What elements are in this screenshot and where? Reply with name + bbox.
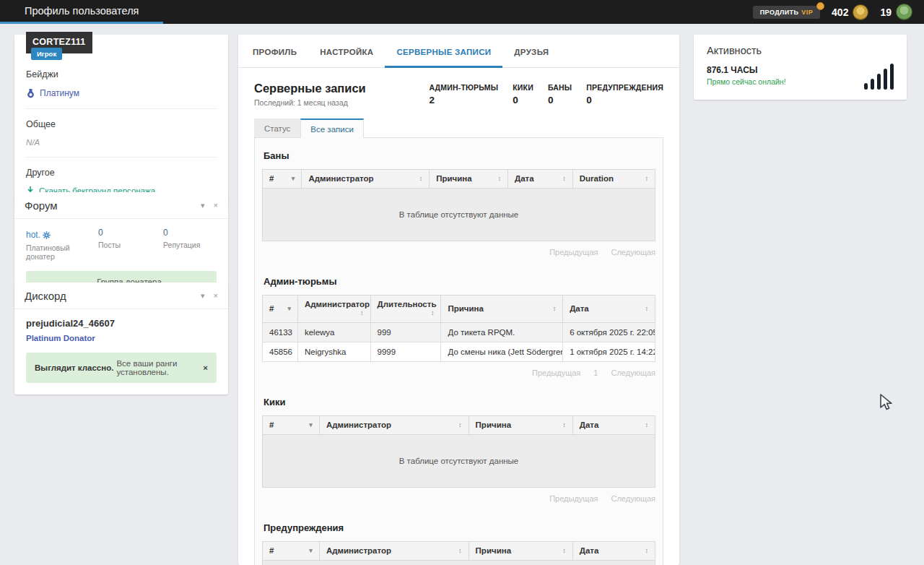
platinum-badge-link[interactable]: Платинум xyxy=(26,88,217,98)
records-stats: АДМИН-ТЮРЬМЫ 2 КИКИ 0 БАНЫ 0 ПРЕДУПРЕЖДЕ… xyxy=(429,82,663,107)
sort-icon: ↕ xyxy=(562,420,566,430)
warnings-section: Предупреждения #▾ Администратор↕ Причина… xyxy=(262,522,655,565)
forum-reputation-label: Репутация xyxy=(163,241,200,249)
green-currency[interactable]: 19 xyxy=(880,4,912,20)
alert-bold-text: Выглядит классно. xyxy=(35,363,113,372)
column-header[interactable]: Длительность↕ xyxy=(370,296,441,323)
column-header[interactable]: Дата↕ xyxy=(563,296,655,323)
table-row[interactable]: 45856 Neigryshka 9999 До смены ника (Jet… xyxy=(263,342,655,362)
bans-table: #▾ Администратор↕ Причина↕ Дата↕ Duratio… xyxy=(262,169,655,241)
empty-table-message: В таблице отсутствуют данные xyxy=(263,435,655,488)
previous-page-button[interactable]: Предыдущая xyxy=(549,248,598,256)
table-row[interactable]: 46133 kelewya 999 До тикета RPQM. 6 октя… xyxy=(263,323,655,342)
next-page-button[interactable]: Следующая xyxy=(611,368,655,377)
column-header[interactable]: Дата↕ xyxy=(572,542,655,561)
records-panel: Баны #▾ Администратор↕ Причина↕ Дата↕ Du… xyxy=(254,137,663,565)
bans-section: Баны #▾ Администратор↕ Причина↕ Дата↕ Du… xyxy=(262,150,655,256)
vip-word: VIP xyxy=(801,9,813,16)
forum-group-link[interactable]: hot. xyxy=(26,230,51,240)
collapse-icon[interactable]: ▾ xyxy=(201,201,205,210)
gold-count: 402 xyxy=(832,7,848,18)
stat-admin-jails: АДМИН-ТЮРЬМЫ 2 xyxy=(429,83,498,107)
extend-vip-button[interactable]: ПРОДЛИТЬ VIP xyxy=(753,6,820,19)
column-header[interactable]: Причина↕ xyxy=(430,170,508,189)
page-title-tab[interactable]: Профиль пользователя xyxy=(0,0,163,24)
page-number[interactable]: 1 xyxy=(593,368,598,377)
forum-stat-label: Платиновый донатер xyxy=(26,243,98,261)
discord-success-alert: Выглядит классно. Все ваши ранги установ… xyxy=(26,353,217,383)
sort-icon: ↕ xyxy=(458,420,462,430)
empty-table-message: В таблице отсутствуют данные xyxy=(263,189,655,241)
topbar-right: ПРОДЛИТЬ VIP 402 19 xyxy=(753,0,924,24)
column-header[interactable]: Дата↕ xyxy=(507,170,572,189)
general-label: Общее xyxy=(26,119,217,129)
close-icon[interactable]: × xyxy=(214,291,218,301)
platinum-badge-label: Платинум xyxy=(40,88,79,98)
next-page-button[interactable]: Следующая xyxy=(611,248,655,256)
sort-icon: ↕ xyxy=(645,174,649,184)
stat-warnings: ПРЕДУПРЕЖДЕНИЯ 0 xyxy=(586,83,663,107)
close-icon[interactable]: × xyxy=(214,201,218,210)
gold-medal-icon xyxy=(853,4,868,20)
divider xyxy=(26,108,217,109)
column-header[interactable]: #▾ xyxy=(263,416,320,435)
subtab-all-records[interactable]: Все записи xyxy=(300,118,364,138)
next-page-button[interactable]: Следующая xyxy=(611,494,655,503)
activity-title: Активность xyxy=(707,45,786,56)
column-header[interactable]: Администратор↕ xyxy=(302,170,430,189)
column-header[interactable]: Duration↕ xyxy=(572,170,655,189)
profile-tabs: ПРОФИЛЬ НАСТРОЙКА СЕРВЕРНЫЕ ЗАПИСИ ДРУЗЬ… xyxy=(238,35,679,68)
column-header[interactable]: #▾ xyxy=(263,296,298,323)
collapse-icon[interactable]: ▾ xyxy=(201,291,205,301)
sort-icon: ↕ xyxy=(431,309,435,318)
warnings-table: #▾ Администратор↕ Причина↕ Дата↕ В табли… xyxy=(262,541,655,565)
vip-notification-badge xyxy=(816,2,824,10)
column-header[interactable]: Причина↕ xyxy=(468,416,572,435)
column-header[interactable]: Причина↕ xyxy=(441,296,563,323)
column-header[interactable]: Администратор↕ xyxy=(297,296,370,323)
records-subtabs: Статус Все записи xyxy=(254,118,663,137)
green-coin-icon xyxy=(896,4,912,20)
stat-kicks: КИКИ 0 xyxy=(513,83,533,107)
general-value: N/A xyxy=(26,138,217,147)
sort-icon: ↕ xyxy=(562,546,566,556)
kicks-section: Кики #▾ Администратор↕ Причина↕ Дата↕ В … xyxy=(262,397,655,503)
column-header[interactable]: Причина↕ xyxy=(468,542,572,561)
tab-profile[interactable]: ПРОФИЛЬ xyxy=(241,35,308,68)
discord-rank-link[interactable]: Platinum Donator xyxy=(26,334,217,342)
divider xyxy=(26,157,217,158)
forum-stat-reputation: 0 Репутация xyxy=(163,228,200,261)
medal-icon xyxy=(26,89,35,98)
column-header[interactable]: Администратор↕ xyxy=(319,416,468,435)
previous-page-button[interactable]: Предыдущая xyxy=(549,494,598,503)
other-label: Другое xyxy=(26,168,217,178)
admin-jails-table: #▾ Администратор↕ Длительность↕ Причина↕… xyxy=(262,295,655,362)
column-header[interactable]: #▾ xyxy=(263,170,302,189)
sort-icon: ↕ xyxy=(497,174,501,184)
sort-desc-icon: ▾ xyxy=(309,420,313,430)
forum-posts-value: 0 xyxy=(98,228,163,238)
page-title: Профиль пользователя xyxy=(25,5,139,17)
column-header[interactable]: Дата↕ xyxy=(572,416,655,435)
column-header[interactable]: Администратор↕ xyxy=(319,542,468,561)
tab-settings[interactable]: НАСТРОЙКА xyxy=(308,35,385,68)
alert-close-icon[interactable]: × xyxy=(197,363,208,372)
tab-friends[interactable]: ДРУЗЬЯ xyxy=(502,35,560,68)
signal-bars-icon xyxy=(864,64,894,90)
subtab-status[interactable]: Статус xyxy=(254,118,300,137)
stat-bans: БАНЫ 0 xyxy=(548,83,572,107)
column-header[interactable]: #▾ xyxy=(263,542,320,561)
sort-desc-icon: ▾ xyxy=(287,304,291,314)
badges-label: Бейджи xyxy=(26,69,217,79)
gold-currency[interactable]: 402 xyxy=(832,4,868,20)
forum-stat-group: hot. Платиновый донатер xyxy=(26,228,98,261)
main-card: ПРОФИЛЬ НАСТРОЙКА СЕРВЕРНЫЕ ЗАПИСИ ДРУЗЬ… xyxy=(238,35,679,565)
discord-card-header: Дискорд ▾ × xyxy=(14,282,228,309)
previous-page-button[interactable]: Предыдущая xyxy=(532,368,580,377)
username-box: CORTEZ111 Игрок xyxy=(26,32,92,53)
sort-desc-icon: ▾ xyxy=(292,174,295,184)
sort-icon: ↕ xyxy=(419,174,423,184)
discord-card: Дискорд ▾ × prejudicial24_46607 Platinum… xyxy=(14,282,228,394)
tab-server-records[interactable]: СЕРВЕРНЫЕ ЗАПИСИ xyxy=(385,35,502,68)
sort-icon: ↕ xyxy=(553,304,557,314)
